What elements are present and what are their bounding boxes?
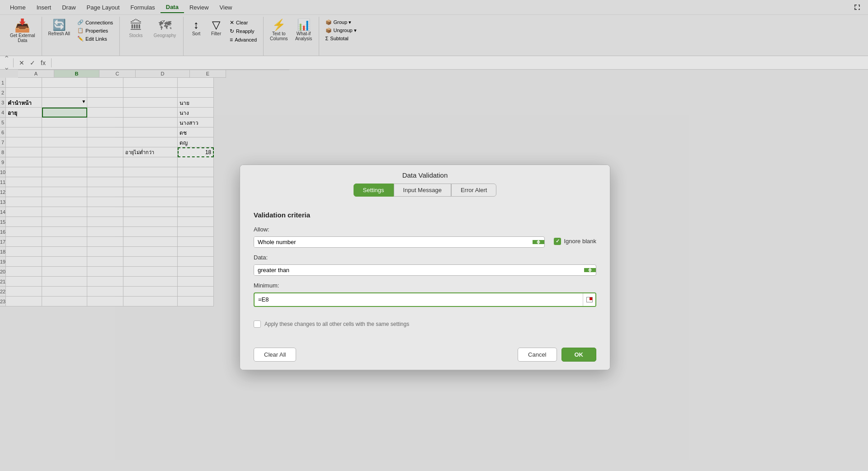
data-row: Data: [254, 254, 596, 276]
ignore-blank-label[interactable]: Ignore blank [554, 238, 596, 245]
dialog-body: Validation criteria Allow: [240, 202, 610, 332]
ignore-blank-container: Ignore blank [554, 238, 596, 245]
minimum-row: Minimum: [254, 282, 596, 307]
data-dropdown-arrow[interactable] [584, 268, 596, 272]
cell-picker-button[interactable] [583, 293, 595, 306]
dialog-overlay: Data Validation Settings Input Message E… [0, 0, 868, 332]
allow-dropdown-arrow[interactable] [533, 240, 544, 244]
data-validation-dialog: Data Validation Settings Input Message E… [240, 165, 610, 332]
apply-label: Apply these changes to all other cells w… [264, 321, 409, 327]
arrow-up-icon [537, 240, 540, 242]
allow-control: Allow: [254, 226, 545, 248]
tab-input-message[interactable]: Input Message [394, 184, 451, 197]
minimum-label: Minimum: [254, 282, 596, 289]
apply-row: Apply these changes to all other cells w… [254, 320, 596, 328]
data-input[interactable] [254, 265, 584, 275]
allow-dropdown[interactable] [254, 236, 545, 248]
allow-row: Allow: Ignore blank [254, 226, 596, 248]
minimum-input-container[interactable] [254, 292, 596, 307]
allow-label: Allow: [254, 226, 545, 233]
validation-criteria-title: Validation criteria [254, 211, 596, 219]
data-arrow-up-icon [588, 268, 592, 270]
allow-input[interactable] [254, 237, 533, 247]
minimum-input[interactable] [255, 294, 583, 305]
dialog-tabs: Settings Input Message Error Alert [240, 184, 610, 202]
data-label: Data: [254, 254, 596, 261]
tab-settings[interactable]: Settings [354, 184, 394, 197]
tab-error-alert[interactable]: Error Alert [451, 184, 497, 197]
ignore-blank-checkbox[interactable] [554, 238, 561, 245]
data-dropdown[interactable] [254, 264, 596, 276]
dialog-title: Data Validation [240, 165, 610, 184]
cell-picker-icon [585, 296, 594, 303]
apply-checkbox[interactable] [254, 320, 261, 328]
ignore-blank-text: Ignore blank [564, 238, 596, 245]
data-arrow-down-icon [588, 270, 592, 272]
arrow-down-icon [537, 242, 540, 244]
picker-icon-inner [586, 297, 593, 302]
